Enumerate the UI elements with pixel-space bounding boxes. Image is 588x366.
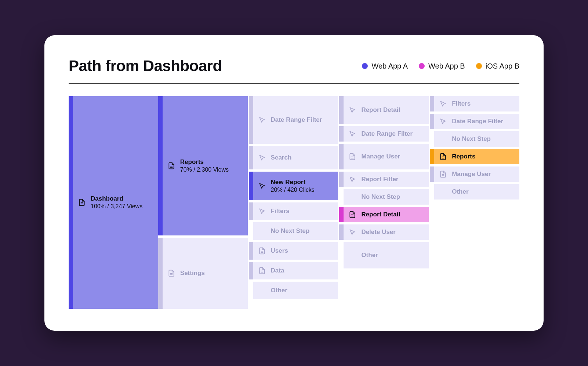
node-label: Reports [180, 158, 229, 166]
legend-color-dot [362, 63, 368, 69]
legend-item-web-app-b[interactable]: Web App B [419, 62, 465, 70]
node-text: New Report20% / 420 Clicks [271, 178, 315, 193]
node-body: Other [344, 242, 429, 268]
node-body: Search [253, 146, 338, 169]
path-node-manage-user-2[interactable]: Manage User [430, 166, 519, 182]
node-label: Report Filter [361, 175, 398, 183]
node-text: No Next Step [452, 135, 491, 143]
path-node-delete-user[interactable]: Delete User [339, 224, 429, 240]
path-node-report-detail-1[interactable]: Report Detail [339, 96, 429, 124]
path-node-filters-1[interactable]: Filters [249, 202, 338, 220]
node-bar [249, 172, 253, 200]
node-label: Filters [452, 100, 471, 107]
node-body: Filters [253, 202, 338, 220]
node-body: Report Filter [344, 172, 429, 187]
legend-label: Web App A [371, 62, 408, 70]
node-label: Date Range Filter [452, 117, 503, 125]
node-body: No Next Step [344, 189, 429, 205]
path-node-date-range-filter-1[interactable]: Date Range Filter [249, 96, 338, 144]
node-body: Data [253, 262, 338, 279]
page-title: Path from Dashboard [69, 57, 222, 75]
path-analysis-card: Path from Dashboard Web App A Web App B … [44, 35, 544, 331]
node-text: Manage User [361, 153, 400, 160]
node-bar [249, 262, 253, 279]
node-bar [158, 96, 163, 235]
node-body: No Next Step [434, 131, 519, 147]
node-label: Settings [180, 269, 205, 277]
path-column-5: FiltersDate Range FilterNo Next StepRepo… [430, 96, 519, 200]
node-text: Other [452, 188, 468, 195]
node-body: Date Range Filter [434, 114, 519, 129]
path-node-date-range-filter-3[interactable]: Date Range Filter [430, 114, 519, 129]
node-label: Reports [452, 153, 475, 160]
path-node-other-1[interactable]: Other [249, 282, 338, 299]
node-label: Manage User [452, 170, 491, 178]
path-node-data[interactable]: Data [249, 262, 338, 279]
path-node-other-3[interactable]: Other [430, 184, 519, 200]
node-bar [249, 96, 253, 144]
cursor-icon [349, 130, 356, 138]
node-text: Report Detail [361, 106, 400, 114]
path-node-new-report[interactable]: New Report20% / 420 Clicks [249, 172, 338, 200]
node-body: Date Range Filter [253, 96, 338, 144]
node-text: Other [271, 286, 287, 294]
node-text: Dashboard100% / 3,247 Views [91, 195, 142, 210]
node-body: Users [253, 242, 338, 260]
node-label: New Report [271, 178, 315, 186]
path-column-3: Date Range FilterSearchNew Report20% / 4… [249, 96, 338, 299]
node-bar [158, 238, 163, 309]
node-label: Search [271, 154, 292, 161]
node-label: Other [361, 251, 378, 259]
path-node-dashboard[interactable]: Dashboard100% / 3,247 Views [69, 96, 158, 309]
legend: Web App A Web App B iOS App B [362, 62, 519, 70]
path-node-users[interactable]: Users [249, 242, 338, 260]
legend-label: iOS App B [486, 62, 519, 70]
path-node-report-filter[interactable]: Report Filter [339, 172, 429, 187]
node-text: Delete User [361, 228, 396, 236]
path-node-other-2[interactable]: Other [339, 242, 429, 268]
path-column-2: Reports70% / 2,300 ViewsSettings [158, 96, 248, 309]
path-node-manage-user-1[interactable]: Manage User [339, 144, 429, 169]
node-text: Filters [271, 207, 290, 215]
path-node-reports[interactable]: Reports70% / 2,300 Views [158, 96, 248, 235]
legend-item-ios-app-b[interactable]: iOS App B [476, 62, 519, 70]
path-node-reports-2[interactable]: Reports [430, 149, 519, 164]
path-column-1: Dashboard100% / 3,247 Views [69, 96, 158, 309]
document-icon [258, 247, 266, 255]
node-text: Report Detail [361, 211, 400, 218]
node-text: Data [271, 267, 284, 274]
node-bar [339, 207, 344, 222]
cursor-icon [439, 118, 447, 125]
path-node-no-next-step-1[interactable]: No Next Step [249, 222, 338, 240]
node-text: Filters [452, 100, 471, 107]
path-node-search[interactable]: Search [249, 146, 338, 169]
node-bar [430, 166, 434, 182]
document-icon [349, 153, 356, 160]
node-bar [339, 224, 344, 240]
node-body: Delete User [344, 224, 429, 240]
legend-item-web-app-a[interactable]: Web App A [362, 62, 408, 70]
node-subtext: 70% / 2,300 Views [180, 166, 229, 173]
path-node-report-detail-2[interactable]: Report Detail [339, 207, 429, 222]
cursor-icon [258, 208, 266, 215]
cursor-icon [258, 154, 266, 161]
node-text: Report Filter [361, 175, 398, 183]
cursor-icon [349, 176, 356, 183]
node-label: Report Detail [361, 106, 400, 114]
path-node-settings[interactable]: Settings [158, 238, 248, 309]
legend-label: Web App B [428, 62, 465, 70]
path-node-date-range-filter-2[interactable]: Date Range Filter [339, 126, 429, 142]
node-label: Users [271, 247, 288, 255]
path-node-no-next-step-3[interactable]: No Next Step [430, 131, 519, 147]
node-bar [249, 242, 253, 260]
node-bar [430, 96, 434, 111]
node-text: Users [271, 247, 288, 255]
legend-color-dot [476, 63, 482, 69]
path-node-filters-2[interactable]: Filters [430, 96, 519, 111]
node-text: No Next Step [361, 193, 400, 201]
node-label: No Next Step [452, 135, 491, 143]
node-subtext: 20% / 420 Clicks [271, 186, 315, 194]
node-body: Report Detail [344, 207, 429, 222]
node-text: Date Range Filter [452, 117, 503, 125]
path-node-no-next-step-2[interactable]: No Next Step [339, 189, 429, 205]
